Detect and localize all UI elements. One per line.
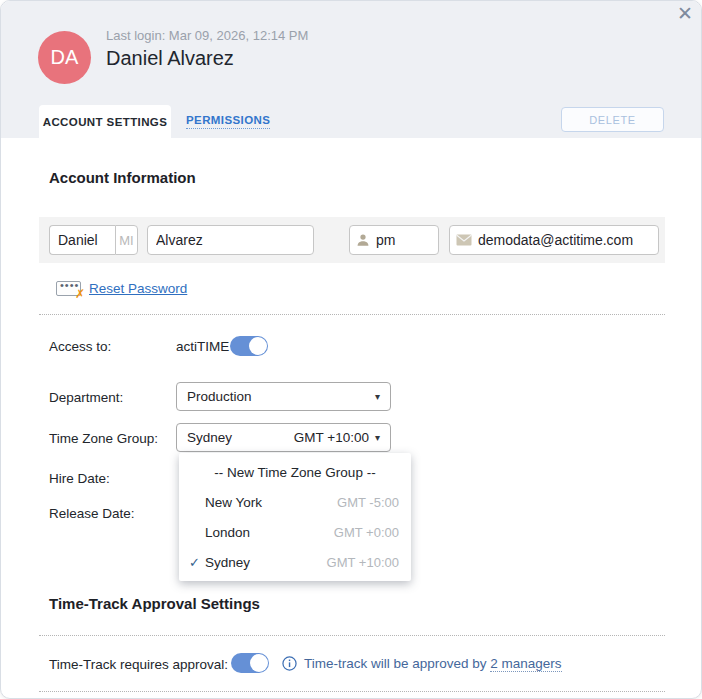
reset-password-button[interactable]: •••• ✗ Reset Password (56, 281, 187, 296)
hire-date-label: Hire Date: (49, 471, 110, 486)
menu-item-new-york[interactable]: New York GMT -5:00 (179, 487, 411, 517)
separator (39, 314, 665, 315)
chevron-down-icon: ▾ (375, 391, 380, 402)
menu-item-new-time-zone-group[interactable]: -- New Time Zone Group -- (179, 457, 411, 487)
access-toggle[interactable] (230, 336, 268, 356)
department-label: Department: (49, 390, 123, 405)
approval-toggle[interactable] (231, 653, 269, 673)
section-title-approval-settings: Time-Track Approval Settings (49, 595, 260, 612)
info-icon (282, 654, 297, 672)
time-zone-select[interactable]: Sydney GMT +10:00 ▾ (176, 423, 391, 452)
section-title-account-information: Account Information (49, 169, 196, 186)
user-account-dialog: ✕ DA Last login: Mar 09, 2026, 12:14 PM … (0, 0, 702, 699)
zone-gmt: GMT -5:00 (337, 495, 399, 510)
separator (39, 635, 665, 636)
menu-item-sydney[interactable]: ✓ Sydney GMT +10:00 (179, 547, 411, 577)
zone-name: London (205, 525, 334, 540)
product-label: actiTIME (176, 339, 229, 354)
separator (39, 691, 665, 692)
approval-info-text: Time-track will be approved by 2 manager… (304, 656, 562, 671)
tab-permissions[interactable]: PERMISSIONS (186, 114, 270, 129)
zone-name: New York (205, 495, 337, 510)
reset-password-link[interactable]: Reset Password (89, 281, 187, 296)
zone-name: Sydney (205, 555, 327, 570)
last-login-text: Last login: Mar 09, 2026, 12:14 PM (106, 28, 308, 43)
name-group (49, 225, 138, 255)
zone-gmt: GMT +0:00 (334, 525, 399, 540)
middle-initial-input[interactable] (115, 225, 138, 255)
check-icon: ✓ (189, 555, 205, 570)
chevron-down-icon: ▾ (375, 432, 380, 443)
email-icon (456, 234, 472, 246)
email-input[interactable] (476, 232, 652, 248)
user-icon (356, 233, 370, 247)
time-zone-group-label: Time Zone Group: (49, 431, 158, 446)
time-zone-gmt: GMT +10:00 (294, 430, 369, 445)
release-date-label: Release Date: (49, 506, 135, 521)
name-fields-strip (39, 217, 665, 263)
email-field[interactable] (449, 225, 659, 255)
reset-password-icon: •••• ✗ (56, 281, 81, 296)
dialog-card: ✕ DA Last login: Mar 09, 2026, 12:14 PM … (0, 0, 702, 699)
managers-link[interactable]: 2 managers (490, 656, 561, 672)
username-field[interactable] (349, 225, 439, 255)
department-value: Production (187, 389, 369, 404)
time-zone-dropdown-menu: -- New Time Zone Group -- New York GMT -… (179, 453, 411, 581)
approval-info-static: Time-track will be approved by (304, 656, 490, 671)
toggle-knob (249, 337, 267, 355)
time-zone-value: Sydney (187, 430, 294, 445)
zone-gmt: GMT +10:00 (327, 555, 399, 570)
delete-button[interactable]: DELETE (561, 107, 664, 132)
toggle-knob (250, 654, 268, 672)
menu-item-london[interactable]: London GMT +0:00 (179, 517, 411, 547)
first-name-input[interactable] (49, 225, 115, 255)
close-icon[interactable]: ✕ (677, 3, 693, 25)
dialog-header: ✕ DA Last login: Mar 09, 2026, 12:14 PM … (1, 1, 701, 138)
username-input[interactable] (374, 232, 432, 248)
access-to-label: Access to: (49, 339, 111, 354)
orange-x-icon: ✗ (75, 287, 85, 301)
page-title: Daniel Alvarez (106, 47, 234, 70)
approval-toggle-label: Time-Track requires approval: (49, 657, 228, 672)
tab-account-settings[interactable]: ACCOUNT SETTINGS (39, 105, 171, 138)
last-name-input[interactable] (147, 225, 314, 255)
department-select[interactable]: Production ▾ (176, 382, 391, 411)
avatar: DA (38, 31, 91, 84)
